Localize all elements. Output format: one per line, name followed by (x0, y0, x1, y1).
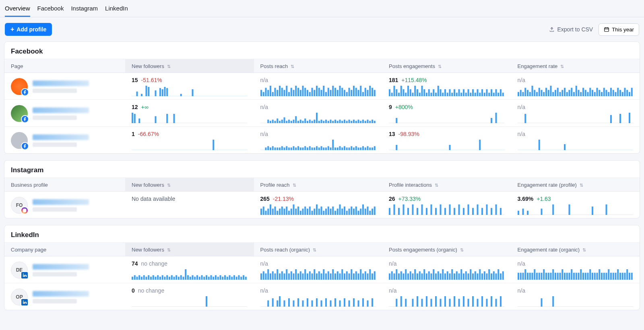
svg-rect-586 (277, 300, 278, 307)
col-engagement-rate-profile[interactable]: Engagement rate (profile) ⇅ (511, 178, 640, 191)
svg-rect-564 (594, 273, 595, 280)
svg-rect-505 (447, 271, 448, 280)
col-engagement-rate-organic[interactable]: Engagement rate (organic) ⇅ (511, 243, 640, 256)
table-row[interactable]: 12+∞n/a9+800%n/a (4, 99, 640, 126)
svg-rect-625 (472, 296, 474, 307)
export-csv-link[interactable]: Export to CSV (549, 26, 593, 33)
svg-rect-560 (584, 273, 586, 280)
svg-rect-436 (277, 269, 278, 280)
col-company-page[interactable]: Company page (4, 243, 125, 256)
table-row[interactable]: 15-51.61%n/a181+115.48%n/a (4, 72, 640, 99)
svg-rect-631 (500, 296, 502, 307)
col-profile-interactions[interactable]: Profile interactions ⇅ (382, 178, 511, 191)
svg-rect-126 (541, 90, 542, 96)
svg-rect-607 (372, 298, 373, 307)
date-range-label: This year (612, 27, 634, 33)
col-posts-reach-organic[interactable]: Posts reach (organic) ⇅ (254, 243, 383, 256)
add-profile-button[interactable]: + Add profile (5, 23, 52, 36)
profile-avatar (11, 105, 28, 122)
col-engagement-rate[interactable]: Engagement rate ⇅ (511, 59, 640, 72)
svg-rect-78 (419, 93, 421, 96)
svg-rect-212 (355, 121, 357, 123)
svg-rect-10 (166, 88, 168, 96)
col-posts-engagements-organic[interactable]: Posts engagements (organic) ⇅ (382, 243, 511, 256)
table-row[interactable]: OP0no changen/an/an/a (4, 283, 640, 310)
svg-rect-492 (417, 273, 418, 280)
svg-rect-96 (460, 93, 462, 96)
tab-instagram[interactable]: Instagram (71, 5, 98, 17)
svg-rect-74 (410, 89, 411, 96)
svg-rect-50 (344, 90, 345, 96)
svg-rect-60 (367, 90, 368, 96)
col-new-followers[interactable]: New followers ⇅ (125, 243, 254, 256)
col-new-followers[interactable]: New followers ⇅ (125, 59, 254, 72)
profile-name-redacted (33, 199, 89, 205)
svg-rect-467 (348, 273, 350, 280)
svg-rect-207 (344, 120, 345, 123)
svg-rect-80 (423, 89, 425, 96)
svg-rect-70 (400, 86, 402, 96)
svg-rect-385 (148, 275, 149, 280)
svg-rect-108 (488, 93, 490, 96)
svg-rect-570 (608, 269, 609, 280)
svg-rect-146 (587, 92, 588, 96)
sparkline-chart (389, 112, 505, 123)
metric-cell: 13-98.93% (382, 127, 511, 153)
svg-rect-464 (341, 269, 343, 280)
col-posts-engagements[interactable]: Posts engagements ⇅ (382, 59, 511, 72)
svg-rect-633 (541, 298, 542, 307)
metric-value: 12 (132, 104, 138, 110)
svg-rect-592 (302, 300, 303, 307)
svg-rect-255 (316, 146, 318, 150)
svg-rect-376 (605, 204, 607, 215)
svg-rect-202 (332, 121, 334, 123)
svg-rect-156 (610, 88, 612, 96)
sort-icon: ⇅ (578, 183, 583, 188)
col-new-followers[interactable]: New followers ⇅ (125, 178, 254, 191)
svg-rect-104 (479, 93, 481, 96)
metric-value: 74 (132, 260, 138, 267)
col-profile-reach[interactable]: Profile reach ⇅ (254, 178, 383, 191)
svg-rect-521 (484, 271, 485, 280)
svg-rect-459 (330, 273, 331, 280)
table-row[interactable]: DE74no changen/an/an/a (4, 256, 640, 283)
table-row[interactable]: FONo data available265-21.13%26+73.33%3.… (4, 191, 640, 218)
sort-icon: ⇅ (291, 183, 296, 188)
svg-rect-122 (531, 86, 533, 96)
svg-rect-167 (132, 113, 133, 123)
svg-rect-63 (374, 90, 375, 96)
table-row[interactable]: 1-66.67%n/a13-98.93%n/a (4, 126, 640, 153)
metric-cell: 9+800% (382, 100, 511, 126)
metric-value: n/a (260, 131, 268, 137)
svg-rect-268 (346, 148, 347, 151)
profile-name-redacted (33, 80, 89, 86)
tab-facebook[interactable]: Facebook (37, 5, 64, 17)
svg-rect-337 (364, 208, 366, 215)
col-business-profile[interactable]: Business profile (4, 178, 125, 191)
profile-cell: FO (4, 192, 125, 218)
svg-rect-517 (475, 271, 476, 280)
svg-rect-372 (541, 208, 542, 215)
svg-rect-548 (557, 273, 558, 280)
tab-overview[interactable]: Overview (5, 5, 30, 17)
svg-rect-485 (400, 271, 402, 280)
linkedin-title: LinkedIn (4, 225, 640, 242)
svg-rect-241 (283, 148, 285, 151)
metric-cell: n/a (511, 283, 640, 310)
svg-rect-15 (262, 92, 264, 96)
svg-rect-427 (245, 277, 247, 280)
metric-value: n/a (260, 104, 268, 110)
tab-linkedin[interactable]: LinkedIn (105, 5, 128, 17)
svg-rect-8 (162, 89, 163, 96)
svg-rect-435 (274, 273, 276, 280)
svg-rect-302 (283, 208, 285, 215)
svg-rect-613 (417, 296, 418, 307)
metric-value: 181 (389, 77, 398, 83)
svg-rect-516 (472, 273, 474, 280)
col-page[interactable]: Page (4, 59, 125, 72)
date-range-button[interactable]: This year (599, 23, 639, 36)
svg-rect-443 (293, 273, 294, 280)
col-posts-reach[interactable]: Posts reach ⇅ (254, 59, 383, 72)
svg-rect-465 (344, 273, 345, 280)
svg-rect-162 (624, 88, 625, 96)
